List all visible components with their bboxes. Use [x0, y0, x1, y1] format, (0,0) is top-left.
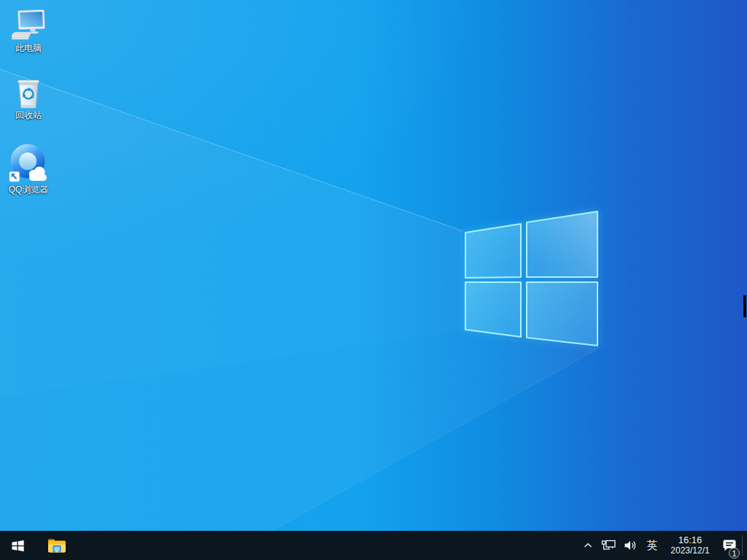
start-button[interactable]	[0, 531, 35, 560]
desktop-icon-recycle-bin[interactable]: 回收站	[1, 76, 56, 120]
action-center-button[interactable]: 1	[717, 531, 742, 560]
network-button[interactable]	[597, 531, 619, 560]
desktop-icon-this-pc[interactable]: 此电脑	[1, 9, 56, 53]
windows-flag-icon	[11, 539, 25, 553]
system-tray: 英 16:16 2023/12/1 1	[578, 531, 747, 560]
taskbar-empty-area	[74, 531, 578, 560]
this-pc-icon	[12, 9, 46, 42]
ime-language-label: 英	[647, 539, 658, 553]
clock-time: 16:16	[678, 535, 703, 545]
file-explorer-button[interactable]	[39, 531, 74, 560]
desktop-surface[interactable]: 此电脑 回收站	[0, 0, 747, 531]
file-explorer-icon	[47, 537, 66, 553]
desktop-icon-qq-browser[interactable]: QQ浏览器	[1, 143, 56, 195]
screen-edge-artifact	[743, 295, 746, 317]
taskbar: 英 16:16 2023/12/1 1	[0, 531, 747, 560]
qq-browser-icon	[8, 143, 49, 184]
desktop-icon-label: 此电脑	[15, 44, 42, 53]
volume-button[interactable]	[619, 531, 641, 560]
desktop-icon-label: 回收站	[15, 111, 42, 120]
show-desktop-button[interactable]	[743, 531, 747, 560]
speaker-icon	[624, 540, 638, 551]
clock-button[interactable]: 16:16 2023/12/1	[663, 531, 717, 560]
ime-language-button[interactable]: 英	[641, 531, 663, 560]
recycle-bin-icon	[13, 76, 44, 109]
clock-date: 2023/12/1	[670, 545, 709, 556]
chevron-up-icon	[583, 540, 593, 551]
notification-count-badge: 1	[729, 548, 740, 559]
desktop-icon-label: QQ浏览器	[9, 185, 49, 195]
windows-logo-wallpaper	[0, 0, 747, 531]
show-hidden-icons-button[interactable]	[578, 531, 597, 560]
ethernet-network-icon	[601, 540, 616, 552]
